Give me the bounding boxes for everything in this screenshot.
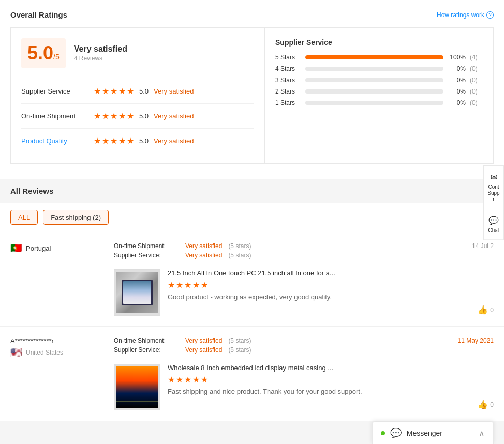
star-row-3-count: (0) <box>470 76 483 84</box>
help-icon: ? <box>486 11 494 19</box>
review-2-product-name[interactable]: Wholesale 8 Inch embedded lcd display me… <box>168 364 494 372</box>
review-1-shipment-value: Very satisfied <box>185 242 222 250</box>
review-2-product: Wholesale 8 Inch embedded lcd display me… <box>114 364 494 410</box>
review-2-service-value: Very satisfied <box>185 346 222 354</box>
right-panel: ✉ ContSuppr 💬 Chat <box>483 165 504 240</box>
supplier-service-rating-label: Very satisfied <box>154 87 194 95</box>
star-row-1-percent: 0% <box>448 99 466 106</box>
star-row-3: 3 Stars 0% (0) <box>275 76 483 84</box>
review-2-likes: 0 <box>490 401 494 408</box>
review-2-service-stars: (5 stars) <box>228 346 251 354</box>
filter-all-button[interactable]: ALL <box>10 210 38 225</box>
filter-fast-shipping-button[interactable]: Fast shipping (2) <box>43 210 109 225</box>
review-2-ratings: On-time Shipment: Very satisfied (5 star… <box>114 337 251 354</box>
score-reviews: 4 Reviews <box>74 55 127 62</box>
review-1-service-stars: (5 stars) <box>228 252 251 259</box>
review-2-shipment-label: On-time Shipment: <box>114 337 181 344</box>
star-row-5: 5 Stars 100% (4) <box>275 54 483 61</box>
star-row-5-percent: 100% <box>448 54 466 61</box>
ontime-shipment-label: On-time Shipment <box>21 112 94 120</box>
star-5: ★ <box>127 86 134 96</box>
supplier-service-row: Supplier Service ★ ★ ★ ★ ★ 5.0 Very sati… <box>21 79 254 103</box>
score-number: 5.0 <box>27 42 53 64</box>
contact-supplier-label: ContSuppr <box>487 184 499 203</box>
review-2-service-label: Supplier Service: <box>114 346 181 354</box>
chat-button[interactable]: 💬 Chat <box>484 209 503 240</box>
contact-supplier-icon: ✉ <box>491 172 497 182</box>
star-row-4-bar <box>305 67 443 71</box>
reviewer-1-country: Portugal <box>26 244 51 252</box>
star-row-3-percent: 0% <box>448 76 466 84</box>
review-1-product: 21.5 Inch All In One touch PC 21.5 inch … <box>114 269 494 316</box>
star-row-3-label: 3 Stars <box>275 76 301 84</box>
review-1-service-value: Very satisfied <box>185 252 222 259</box>
all-reviews-title: All Reviews <box>0 179 504 203</box>
review-1-service-label: Supplier Service: <box>114 252 181 259</box>
review-2-shipment-stars: (5 stars) <box>228 337 251 344</box>
review-1-stars: ★ ★ ★ ★ ★ <box>168 280 494 290</box>
review-1-shipment-label: On-time Shipment: <box>114 242 181 250</box>
chat-label: Chat <box>488 227 499 233</box>
product-quality-stars: ★ ★ ★ ★ ★ <box>94 136 134 146</box>
star-3: ★ <box>110 86 117 96</box>
thumbs-up-icon: 👍 <box>478 305 488 315</box>
star-4: ★ <box>118 86 126 96</box>
supplier-service-label: Supplier Service <box>21 87 94 95</box>
star-row-4-percent: 0% <box>448 65 466 72</box>
review-1-like-button[interactable]: 👍 0 <box>478 305 494 315</box>
review-1-product-name[interactable]: 21.5 Inch All In One touch PC 21.5 inch … <box>168 269 494 277</box>
star-row-5-bar <box>305 55 443 59</box>
score-denom: /5 <box>53 53 60 61</box>
how-ratings-work-link[interactable]: How ratings work ? <box>437 11 494 19</box>
star-row-3-bar <box>305 78 443 82</box>
product-quality-row: Product Quality ★ ★ ★ ★ ★ 5.0 Very satis… <box>21 128 254 153</box>
review-1-text: Good product - working as expected, very… <box>168 293 494 301</box>
review-2-stars: ★ ★ ★ ★ ★ <box>168 375 494 385</box>
star-row-2: 2 Stars 0% (0) <box>275 88 483 95</box>
reviewer-2-flag: 🇺🇸 <box>10 347 22 358</box>
reviewer-2-country: United States <box>26 349 63 356</box>
score-label: Very satisfied <box>74 44 127 54</box>
star-row-2-count: (0) <box>470 88 483 95</box>
chat-icon: 💬 <box>488 216 499 225</box>
thumbs-up-icon-2: 👍 <box>478 400 488 409</box>
overall-score-box: 5.0/5 <box>21 38 66 68</box>
product-quality-label[interactable]: Product Quality <box>21 137 94 145</box>
star-row-4-label: 4 Stars <box>275 65 301 72</box>
reviewer-1-flag: 🇵🇹 <box>10 242 22 254</box>
star-row-5-label: 5 Stars <box>275 54 301 61</box>
review-2-like-button[interactable]: 👍 0 <box>478 400 494 409</box>
star-row-1-count: (0) <box>470 99 483 106</box>
supplier-service-score: 5.0 <box>139 87 149 95</box>
ontime-shipment-stars: ★ ★ ★ ★ ★ <box>94 111 134 121</box>
star-row-4: 4 Stars 0% (0) <box>275 65 483 72</box>
review-1-ratings: On-time Shipment: Very satisfied (5 star… <box>114 242 251 259</box>
contact-supplier-button[interactable]: ✉ ContSuppr <box>484 166 503 209</box>
star-row-2-bar <box>305 89 443 94</box>
review-1-likes: 0 <box>490 307 494 314</box>
star-row-5-count: (4) <box>470 54 483 61</box>
review-item-1: 🇵🇹 Portugal On-time Shipment: Very satis… <box>0 232 504 327</box>
review-1-shipment-stars: (5 stars) <box>228 242 251 250</box>
star-row-2-label: 2 Stars <box>275 88 301 95</box>
filter-buttons: ALL Fast shipping (2) <box>0 203 504 232</box>
product-quality-rating-label: Very satisfied <box>154 137 194 145</box>
ontime-shipment-rating-label: Very satisfied <box>154 112 194 120</box>
review-1-product-image <box>114 269 160 316</box>
reviewer-2-name: A**************r <box>10 337 103 345</box>
product-quality-score: 5.0 <box>139 137 149 145</box>
star-row-1-bar <box>305 101 443 105</box>
star-2: ★ <box>102 86 109 96</box>
review-2-product-image <box>114 364 160 410</box>
supplier-service-breakdown-title: Supplier Service <box>275 38 483 47</box>
star-row-2-percent: 0% <box>448 88 466 95</box>
star-1: ★ <box>94 86 101 96</box>
star-breakdown: 5 Stars 100% (4) 4 Stars 0% <box>275 54 483 106</box>
review-2-text: Fast shipping and nice product. Thank yo… <box>168 388 494 395</box>
review-item-2: A**************r 🇺🇸 United States On-tim… <box>0 327 504 421</box>
supplier-service-stars: ★ ★ ★ ★ ★ <box>94 86 134 96</box>
review-2-shipment-value: Very satisfied <box>185 337 222 344</box>
star-row-1: 1 Stars 0% (0) <box>275 99 483 106</box>
ontime-shipment-row: On-time Shipment ★ ★ ★ ★ ★ 5.0 Very sati… <box>21 103 254 128</box>
star-row-5-fill <box>305 55 443 59</box>
